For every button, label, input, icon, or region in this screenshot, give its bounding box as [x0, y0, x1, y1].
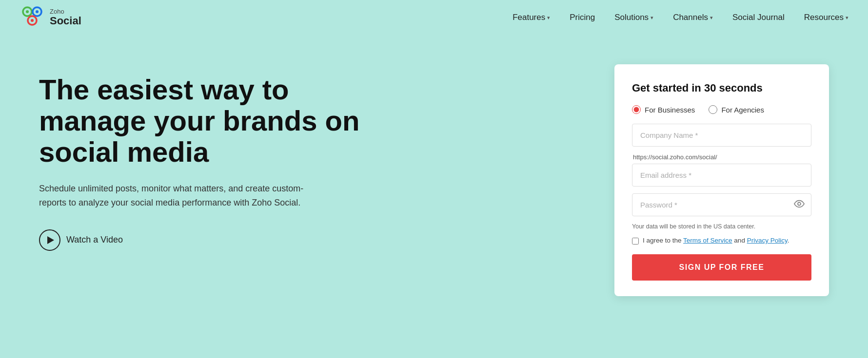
privacy-link[interactable]: Privacy Policy — [747, 237, 788, 244]
logo-social-label: Social — [50, 15, 81, 27]
hero-section: The easiest way to manage your brands on… — [0, 35, 868, 358]
watch-video-button[interactable]: Watch a Video — [39, 229, 123, 251]
company-name-input[interactable] — [632, 124, 811, 147]
agree-checkbox[interactable] — [632, 238, 639, 245]
play-circle-icon — [39, 229, 60, 251]
chevron-down-icon: ▾ — [651, 15, 653, 21]
signup-card: Get started in 30 seconds For Businesses… — [614, 64, 829, 296]
nav-item-pricing[interactable]: Pricing — [570, 13, 595, 22]
company-name-group — [632, 124, 811, 147]
play-triangle-icon — [47, 236, 54, 244]
hero-headline: The easiest way to manage your brands on… — [39, 74, 371, 167]
email-group — [632, 164, 811, 187]
watch-video-label: Watch a Video — [66, 235, 123, 245]
password-group — [632, 193, 811, 216]
navbar: Zoho Social Features ▾ Pricing Solutions… — [0, 0, 868, 35]
logo-text: Zoho Social — [50, 8, 81, 27]
signup-title: Get started in 30 seconds — [632, 82, 811, 94]
url-prefix-text: https://social.zoho.com/social/ — [632, 153, 811, 161]
hero-subtext: Schedule unlimited posts, monitor what m… — [39, 182, 322, 210]
svg-point-6 — [798, 202, 801, 205]
data-center-note: Your data will be stored in the US data … — [632, 223, 811, 230]
radio-businesses[interactable]: For Businesses — [632, 105, 695, 114]
nav-item-solutions[interactable]: Solutions ▾ — [614, 13, 653, 22]
chevron-down-icon: ▾ — [710, 15, 713, 21]
email-input[interactable] — [632, 164, 811, 187]
logo-icon — [20, 5, 45, 30]
nav-item-resources[interactable]: Resources ▾ — [804, 13, 848, 22]
password-toggle-icon[interactable] — [794, 200, 805, 210]
radio-businesses-input[interactable] — [632, 105, 641, 114]
nav-item-channels[interactable]: Channels ▾ — [673, 13, 713, 22]
agree-text-middle: and — [732, 237, 747, 244]
signup-button[interactable]: SIGN UP FOR FREE — [632, 254, 811, 281]
agree-text-before: I agree to the — [643, 237, 683, 244]
nav-links: Features ▾ Pricing Solutions ▾ Channels … — [513, 13, 848, 22]
chevron-down-icon: ▾ — [547, 15, 550, 21]
svg-point-5 — [31, 19, 34, 22]
radio-agencies[interactable]: For Agencies — [709, 105, 764, 114]
password-input[interactable] — [632, 193, 811, 216]
logo-zoho-label: Zoho — [50, 8, 81, 15]
nav-item-social-journal[interactable]: Social Journal — [732, 13, 785, 22]
radio-agencies-input[interactable] — [709, 105, 717, 114]
terms-link[interactable]: Terms of Service — [683, 237, 732, 244]
agree-text-after: . — [788, 237, 789, 244]
nav-item-features[interactable]: Features ▾ — [513, 13, 550, 22]
svg-point-3 — [26, 10, 29, 13]
signup-radio-group: For Businesses For Agencies — [632, 105, 811, 114]
agree-row: I agree to the Terms of Service and Priv… — [632, 237, 811, 245]
logo[interactable]: Zoho Social — [20, 5, 81, 30]
svg-point-4 — [36, 10, 39, 13]
chevron-down-icon: ▾ — [846, 15, 848, 21]
hero-left: The easiest way to manage your brands on… — [39, 64, 371, 251]
